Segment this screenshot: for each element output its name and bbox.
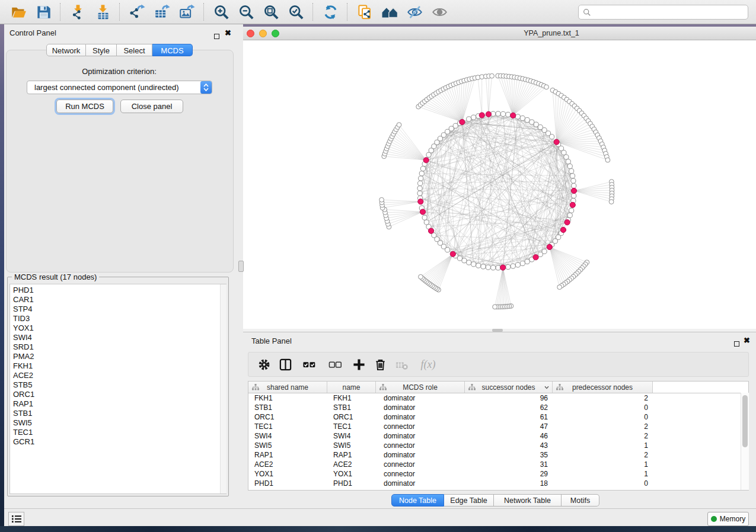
- cell-name: PHD1: [327, 479, 376, 488]
- cell-name: TEC1: [327, 422, 376, 431]
- control-panel-float-icon[interactable]: [214, 31, 219, 41]
- cell-MCDS-role: connector: [376, 441, 465, 450]
- mcds-result-item[interactable]: ORC1: [10, 390, 226, 399]
- add-column-icon[interactable]: [351, 357, 366, 372]
- table-row[interactable]: SWI5SWI5connector431: [248, 441, 748, 450]
- mcds-result-item[interactable]: ACE2: [10, 371, 226, 380]
- column-header-name[interactable]: name: [327, 382, 376, 393]
- column-header-shared-name[interactable]: shared name: [248, 382, 327, 393]
- table-panel-close-icon[interactable]: ✖: [744, 337, 750, 344]
- tab-select[interactable]: Select: [117, 44, 152, 56]
- close-panel-button[interactable]: Close panel: [120, 100, 183, 113]
- homes-icon[interactable]: [379, 3, 400, 21]
- mcds-result-item[interactable]: STP4: [10, 305, 226, 314]
- table-row[interactable]: SWI4SWI4dominator462: [248, 431, 748, 441]
- mcds-result-item[interactable]: STB5: [10, 380, 226, 390]
- import-table-icon[interactable]: [92, 3, 113, 21]
- mcds-result-item[interactable]: SRD1: [10, 342, 226, 352]
- panel-splitter-grip[interactable]: [238, 261, 244, 272]
- tab-mcds[interactable]: MCDS: [152, 44, 193, 56]
- cell-successor-nodes: 96: [465, 394, 553, 402]
- mcds-result-item[interactable]: TID3: [10, 314, 226, 323]
- tab-edge-table[interactable]: Edge Table: [444, 494, 494, 507]
- zoom-selected-icon[interactable]: [286, 3, 306, 21]
- table-row[interactable]: RAP1RAP1dominator352: [248, 450, 748, 460]
- mcds-result-item[interactable]: YOX1: [10, 323, 226, 333]
- mcds-list-scrollbar[interactable]: [220, 284, 227, 493]
- cell-shared-name: YOX1: [248, 470, 327, 478]
- save-icon[interactable]: [33, 3, 53, 21]
- zoom-fit-icon[interactable]: [261, 3, 281, 21]
- table-row[interactable]: ACE2ACE2connector311: [248, 460, 748, 469]
- export-network-icon[interactable]: [127, 3, 147, 21]
- network-window-titlebar[interactable]: [243, 27, 756, 40]
- table-row[interactable]: TEC1TEC1connector472: [248, 422, 748, 431]
- network-view[interactable]: [243, 40, 756, 329]
- export-table-icon[interactable]: [152, 3, 172, 21]
- refresh-icon[interactable]: [320, 3, 340, 21]
- toolbar-separator: [60, 3, 61, 21]
- column-header-predecessor-nodes[interactable]: predecessor nodes: [553, 382, 653, 393]
- mcds-result-item[interactable]: RAP1: [10, 399, 226, 409]
- table-row[interactable]: YOX1YOX1connector291: [248, 469, 748, 479]
- mcds-result-item[interactable]: PHD1: [10, 286, 226, 295]
- deselect-all-icon[interactable]: [325, 357, 345, 372]
- table-scrollbar-thumb[interactable]: [742, 395, 748, 447]
- select-all-icon[interactable]: [299, 357, 319, 372]
- mcds-result-item[interactable]: TEC1: [10, 428, 226, 437]
- cell-name: SWI4: [327, 432, 376, 440]
- delete-rows-trash-icon[interactable]: [372, 357, 388, 372]
- toolbar-separator: [312, 3, 314, 21]
- run-mcds-button[interactable]: Run MCDS: [56, 100, 113, 113]
- mcds-result-item[interactable]: GCR1: [10, 437, 226, 447]
- tab-node-table[interactable]: Node Table: [391, 494, 444, 507]
- table-row[interactable]: PHD1PHD1dominator180: [248, 479, 748, 488]
- hide-eye-icon[interactable]: [404, 3, 425, 21]
- column-label: name: [342, 383, 360, 392]
- tab-network-table[interactable]: Network Table: [494, 494, 562, 507]
- search-input[interactable]: [594, 6, 748, 19]
- traffic-light-zoom[interactable]: [272, 30, 279, 37]
- mcds-result-list[interactable]: PHD1CAR1STP4TID3YOX1SWI4SRD1PMA2FKH1ACE2…: [9, 284, 227, 494]
- control-panel-close-icon[interactable]: ✖: [225, 30, 231, 36]
- cell-MCDS-role: dominator: [376, 413, 465, 421]
- table-panel-float-icon[interactable]: [734, 338, 739, 349]
- clone-network-icon[interactable]: [355, 3, 375, 21]
- optimization-criterion-select[interactable]: largest connected component (undirected): [27, 81, 212, 94]
- table-row[interactable]: FKH1FKH1dominator962: [248, 393, 748, 403]
- cell-predecessor-nodes: 0: [553, 479, 653, 488]
- mcds-result-item[interactable]: SWI5: [10, 418, 226, 428]
- open-icon[interactable]: [8, 3, 28, 21]
- cell-MCDS-role: connector: [376, 460, 465, 469]
- tab-network[interactable]: Network: [46, 44, 86, 56]
- tab-style[interactable]: Style: [86, 44, 117, 56]
- mcds-result-item[interactable]: CAR1: [10, 295, 226, 305]
- table-row[interactable]: STB1STB1dominator620: [248, 403, 748, 412]
- table-options-gear-icon[interactable]: [256, 357, 272, 372]
- table-row[interactable]: ORC1ORC1dominator610: [248, 412, 748, 422]
- task-history-button[interactable]: [8, 512, 24, 526]
- mcds-result-item[interactable]: PMA2: [10, 352, 226, 361]
- import-network-icon[interactable]: [68, 3, 88, 21]
- mcds-result-item[interactable]: STB1: [10, 409, 226, 418]
- cell-name: ACE2: [327, 460, 376, 469]
- export-image-icon[interactable]: [177, 3, 197, 21]
- mcds-result-item[interactable]: SWI4: [10, 333, 226, 342]
- traffic-light-close[interactable]: [247, 30, 254, 37]
- traffic-light-minimize[interactable]: [259, 30, 267, 37]
- column-header-MCDS-role[interactable]: MCDS role: [376, 382, 465, 393]
- tab-motifs[interactable]: Motifs: [562, 494, 599, 507]
- cell-MCDS-role: dominator: [376, 403, 465, 412]
- zoom-in-icon[interactable]: [211, 3, 231, 21]
- cell-name: STB1: [327, 403, 376, 412]
- zoom-out-icon[interactable]: [236, 3, 256, 21]
- cell-shared-name: ORC1: [248, 413, 327, 421]
- cell-predecessor-nodes: 2: [553, 394, 653, 402]
- eye-icon[interactable]: [429, 3, 449, 21]
- search-box[interactable]: [578, 5, 748, 20]
- column-label: shared name: [267, 383, 308, 392]
- mcds-result-item[interactable]: FKH1: [10, 361, 226, 371]
- memory-button[interactable]: Memory: [707, 512, 749, 526]
- column-header-successor-nodes[interactable]: successor nodes: [465, 382, 553, 393]
- show-columns-icon[interactable]: [277, 357, 293, 372]
